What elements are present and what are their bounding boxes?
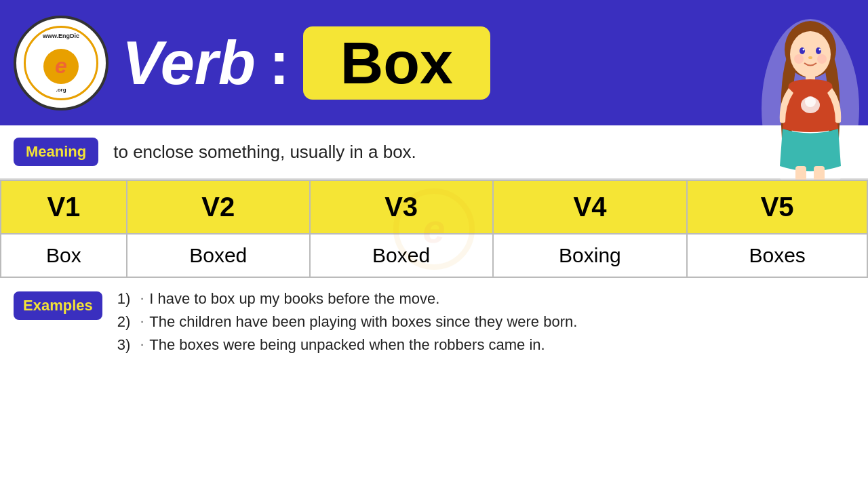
- table-values-row: Box Boxed Boxed Boxing Boxes: [1, 234, 867, 277]
- cell-v3: Boxed: [310, 234, 493, 277]
- example-item-2: 2) · The children have been playing with…: [117, 313, 578, 331]
- logo: www.EngDic e .org: [14, 16, 108, 110]
- example-num-3: 3): [117, 336, 136, 354]
- cell-v1: Box: [1, 234, 127, 277]
- example-dot-3: ·: [140, 336, 144, 352]
- col-header-v3: V3: [310, 180, 493, 234]
- logo-letter: e: [55, 54, 67, 79]
- example-num-1: 1): [117, 290, 136, 308]
- examples-row: Examples 1) · I have to box up my books …: [0, 278, 868, 371]
- example-item-1: 1) · I have to box up my books before th…: [117, 290, 578, 308]
- logo-inner: www.EngDic e .org: [24, 26, 98, 100]
- svg-point-5: [802, 49, 804, 51]
- svg-point-4: [816, 47, 821, 54]
- meaning-text: to enclose something, usually in a box.: [113, 142, 416, 163]
- svg-point-12: [805, 96, 816, 107]
- svg-point-7: [808, 56, 812, 59]
- examples-badge: Examples: [14, 291, 102, 320]
- example-item-3: 3) · The boxes were being unpacked when …: [117, 336, 578, 354]
- example-text-1: I have to box up my books before the mov…: [149, 290, 439, 308]
- examples-list: 1) · I have to box up my books before th…: [117, 290, 578, 359]
- cell-v5: Boxes: [687, 234, 867, 277]
- verb-table: V1 V2 V3 V4 V5 Box Boxed Boxed Boxing Bo…: [0, 180, 868, 278]
- word-text: Box: [340, 33, 453, 93]
- table-header-row: V1 V2 V3 V4 V5: [1, 180, 867, 234]
- cell-v4: Boxing: [493, 234, 688, 277]
- logo-e-circle: e: [43, 49, 79, 84]
- svg-point-3: [800, 47, 805, 54]
- example-dot-2: ·: [140, 313, 144, 329]
- meaning-badge: Meaning: [14, 138, 98, 166]
- logo-top-text: www.EngDic: [43, 33, 79, 40]
- header: www.EngDic e .org Verb : Box: [0, 0, 868, 125]
- character-illustration: [756, 0, 865, 200]
- word-badge: Box: [303, 26, 490, 100]
- verb-forms-table-wrapper: e V1 V2 V3 V4 V5 Box Boxed Boxed Boxing: [0, 180, 868, 278]
- colon: :: [269, 33, 290, 94]
- meaning-row: Meaning to enclose something, usually in…: [0, 125, 868, 180]
- col-header-v5: V5: [687, 180, 867, 234]
- example-dot-1: ·: [140, 290, 144, 306]
- col-header-v1: V1: [1, 180, 127, 234]
- col-header-v2: V2: [127, 180, 310, 234]
- cell-v2: Boxed: [127, 234, 310, 277]
- svg-point-9: [817, 54, 827, 64]
- verb-label: Verb: [122, 33, 256, 94]
- col-header-v4: V4: [493, 180, 688, 234]
- page-container: www.EngDic e .org Verb : Box: [0, 0, 868, 488]
- svg-point-8: [794, 54, 804, 64]
- example-text-2: The children have been playing with boxe…: [149, 313, 577, 331]
- character-svg: [758, 3, 863, 200]
- example-text-3: The boxes were being unpacked when the r…: [149, 336, 545, 354]
- svg-point-2: [790, 31, 831, 77]
- example-num-2: 2): [117, 313, 136, 331]
- svg-point-6: [818, 49, 821, 51]
- header-title: Verb : Box: [108, 26, 854, 100]
- logo-bottom-text: .org: [56, 87, 66, 93]
